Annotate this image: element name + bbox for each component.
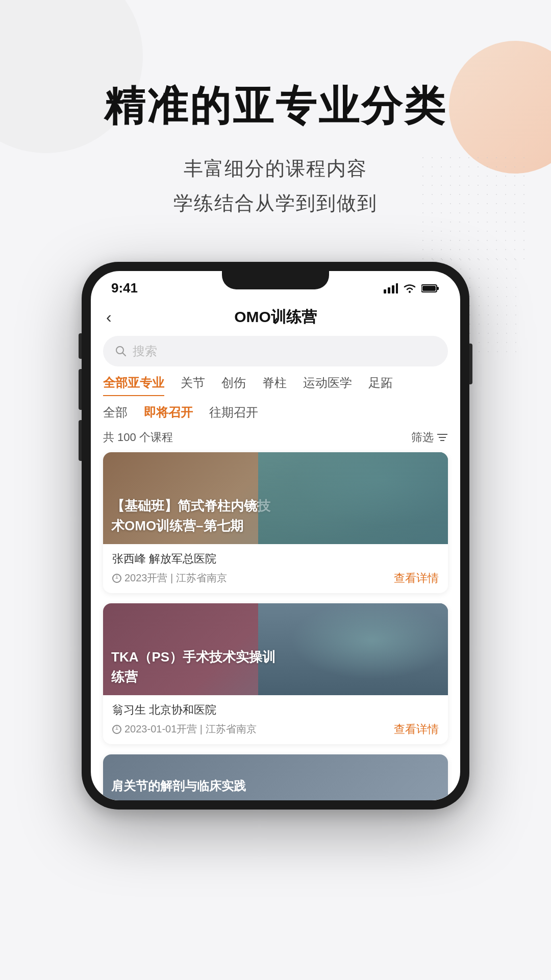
search-icon [115, 346, 127, 357]
hero-subtitle-line2: 学练结合从学到到做到 [0, 186, 551, 220]
battery-icon [421, 284, 440, 293]
hero-subtitle: 丰富细分的课程内容 学练结合从学到到做到 [0, 151, 551, 221]
side-button-power [469, 344, 472, 384]
course-card-2[interactable]: TKA（PS）手术技术实操训练营 翁习生 北京协和医院 2023-01-01开营… [103, 603, 448, 744]
side-button-mute [79, 333, 82, 359]
course-card-1[interactable]: 【基础班】简式脊柱内镜技术OMO训练营–第七期 张西峰 解放军总医院 2023开… [103, 452, 448, 593]
card-partial-title: 肩关节的解剖与临床实践 [111, 778, 246, 794]
hero-title: 精准的亚专业分类 [0, 82, 551, 131]
search-bar[interactable]: 搜索 [103, 336, 448, 366]
card-overlay-1: 【基础班】简式脊柱内镜技术OMO训练营–第七期 [103, 452, 448, 544]
status-tabs: 全部 即将召开 往期召开 [91, 399, 460, 426]
card-author-1: 张西峰 解放军总医院 [112, 551, 439, 567]
card-partial-inner: 肩关节的解剖与临床实践 [103, 754, 448, 800]
clock-icon-1 [112, 574, 121, 583]
cat-tab-sports[interactable]: 运动医学 [303, 375, 352, 396]
status-tab-all[interactable]: 全部 [103, 404, 128, 421]
card-info-1: 张西峰 解放军总医院 2023开营 | 江苏省南京 查看详情 [103, 544, 448, 593]
cat-tab-spine[interactable]: 脊柱 [262, 375, 287, 396]
svg-rect-1 [388, 287, 390, 293]
cat-tab-foot[interactable]: 足跖 [368, 375, 393, 396]
card-detail-btn-2[interactable]: 查看详情 [394, 722, 439, 737]
side-button-volume-up [79, 369, 82, 410]
phone-screen: 9:41 [91, 271, 460, 800]
clock-icon-2 [112, 725, 121, 734]
filter-icon [437, 433, 448, 442]
surgery-figure-1 [258, 452, 448, 544]
status-tab-past[interactable]: 往期召开 [209, 404, 258, 421]
nav-title: OMO训练营 [234, 307, 317, 328]
svg-rect-3 [396, 283, 398, 293]
search-bar-wrap: 搜索 [91, 336, 460, 375]
phone-container: 9:41 [0, 252, 551, 810]
svg-rect-7 [422, 286, 436, 291]
hero-section: 精准的亚专业分类 丰富细分的课程内容 学练结合从学到到做到 [0, 0, 551, 252]
course-header: 共 100 个课程 筛选 [91, 426, 460, 452]
card-date-text-2: 2023-01-01开营 | 江苏省南京 [124, 722, 257, 736]
signal-icon [384, 283, 398, 293]
card-date-text-1: 2023开营 | 江苏省南京 [124, 571, 227, 585]
card-info-2: 翁习生 北京协和医院 2023-01-01开营 | 江苏省南京 查看详情 [103, 695, 448, 744]
course-card-3-partial[interactable]: 肩关节的解剖与临床实践 [103, 754, 448, 800]
card-meta-1: 2023开营 | 江苏省南京 查看详情 [112, 571, 439, 586]
svg-rect-2 [392, 285, 394, 293]
card-date-1: 2023开营 | 江苏省南京 [112, 571, 227, 585]
card-author-2: 翁习生 北京协和医院 [112, 702, 439, 718]
filter-label: 筛选 [411, 430, 434, 445]
course-list: 【基础班】简式脊柱内镜技术OMO训练营–第七期 张西峰 解放军总医院 2023开… [91, 452, 460, 800]
status-time: 9:41 [111, 280, 138, 296]
cat-tab-all[interactable]: 全部亚专业 [103, 375, 164, 396]
phone-notch [222, 271, 329, 289]
phone-mockup: 9:41 [82, 262, 469, 810]
svg-line-9 [123, 353, 126, 356]
cat-tab-trauma[interactable]: 创伤 [221, 375, 246, 396]
status-tab-upcoming[interactable]: 即将召开 [144, 404, 193, 421]
card-meta-2: 2023-01-01开营 | 江苏省南京 查看详情 [112, 722, 439, 737]
svg-point-4 [409, 291, 411, 293]
status-icons [384, 283, 440, 293]
card-image-2: TKA（PS）手术技术实操训练营 [103, 603, 448, 695]
cat-tab-joint[interactable]: 关节 [181, 375, 205, 396]
svg-rect-6 [437, 287, 439, 290]
wifi-icon [403, 283, 416, 293]
card-detail-btn-1[interactable]: 查看详情 [394, 571, 439, 586]
category-tabs: 全部亚专业 关节 创伤 脊柱 运动医学 足跖 [91, 375, 460, 399]
card-date-2: 2023-01-01开营 | 江苏省南京 [112, 722, 257, 736]
card-title-2: TKA（PS）手术技术实操训练营 [111, 647, 276, 687]
hero-subtitle-line1: 丰富细分的课程内容 [0, 151, 551, 186]
card-surgery-image-1 [258, 452, 448, 544]
search-placeholder: 搜索 [133, 343, 157, 359]
svg-rect-0 [384, 289, 386, 293]
back-button[interactable]: ‹ [106, 308, 112, 327]
card-image-1: 【基础班】简式脊柱内镜技术OMO训练营–第七期 [103, 452, 448, 544]
course-count: 共 100 个课程 [103, 430, 173, 445]
nav-bar: ‹ OMO训练营 [91, 302, 460, 336]
filter-button[interactable]: 筛选 [411, 430, 448, 445]
card-overlay-2: TKA（PS）手术技术实操训练营 [103, 603, 448, 695]
card-title-1: 【基础班】简式脊柱内镜技术OMO训练营–第七期 [111, 496, 270, 536]
side-button-volume-down [79, 420, 82, 461]
